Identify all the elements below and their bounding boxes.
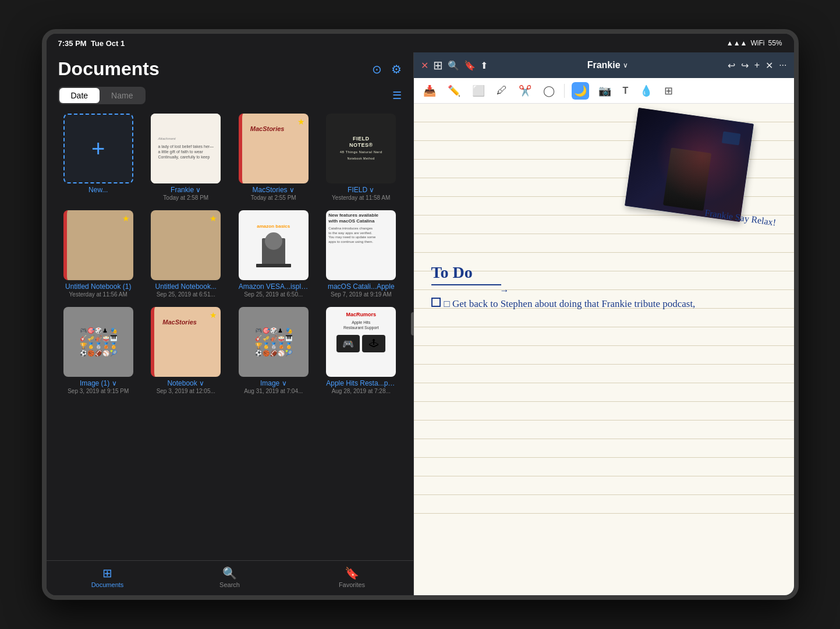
undo-button[interactable]: ↩ — [728, 60, 735, 71]
ipad-frame: 7:35 PM Tue Oct 1 ▲▲▲ WiFi 55% Documents… — [42, 29, 799, 600]
text-tool[interactable]: T — [621, 83, 631, 98]
doc-item-image2[interactable]: 🎮🎯🎲♟🎭 🎸🎺🎻🥁🎹 🏆🥇🥈🥉🏅 ⚽🏀🏈⚾🎾 Image ∨ Aug 31, … — [233, 307, 314, 394]
eraser-tool[interactable]: ⬜ — [470, 82, 487, 100]
documents-grid: + New... Attachment a lady of lost belie… — [47, 109, 413, 560]
doc-thumb-macos: New features availablewith macOS Catalin… — [326, 210, 396, 280]
bookmark-button[interactable]: 🔖 — [464, 60, 476, 71]
doc-thumb-macstories: ★ MacStories — [239, 114, 309, 183]
doc-title-untitled1: Untitled Notebook (1) — [65, 282, 131, 291]
doc-item-amazon[interactable]: amazon basics Amazon VESA...isplay Sep 2… — [233, 210, 314, 298]
bottom-navigation: ⊞ Documents 🔍 Search 🔖 Favorites — [47, 560, 413, 595]
document-title-group[interactable]: Frankie ∨ — [587, 60, 628, 70]
darkmode-tool[interactable]: 🌙 — [572, 82, 589, 100]
doc-thumb-image1: 🎮🎯🎲♟🎭 🎸🎺🎻🥁🎹 🏆🥇🥈🥉🏅 ⚽🏀🏈⚾🎾 — [63, 307, 133, 377]
list-view-icon[interactable]: ☰ — [392, 89, 402, 102]
search-nav-icon: 🔍 — [222, 566, 237, 580]
doc-title-frankie: Frankie ∨ — [171, 186, 201, 194]
nav-item-documents[interactable]: ⊞ Documents — [47, 566, 169, 588]
doc-date-untitled1: Yesterday at 11:56 AM — [69, 291, 127, 298]
doc-item-applehits[interactable]: MacRumors Apple HitsRestaurant Support 🎮… — [321, 307, 402, 394]
highlighter-tool[interactable]: 🖊 — [494, 82, 509, 99]
doc-item-notebook[interactable]: ★ MacStories Notebook ∨ Sep 3, 2019 at 1… — [146, 307, 226, 394]
filter-tabs: Date Name — [58, 87, 146, 104]
grid-tool[interactable]: ⊞ — [662, 82, 675, 100]
todo-arrow: → — [500, 285, 509, 296]
sync-icon[interactable]: ⊙ — [372, 62, 382, 76]
left-panel-documents: Documents ⊙ ⚙ Date Name ☰ — [47, 52, 413, 595]
wifi-icon: WiFi — [750, 39, 764, 47]
filter-tab-name[interactable]: Name — [100, 88, 144, 103]
lasso-tool[interactable]: ✂️ — [516, 82, 534, 100]
camera-tool[interactable]: 📷 — [596, 82, 614, 100]
doc-item-image1[interactable]: 🎮🎯🎲♟🎭 🎸🎺🎻🥁🎹 🏆🥇🥈🥉🏅 ⚽🏀🏈⚾🎾 Image (1) ∨ Sep … — [58, 307, 139, 394]
documents-nav-icon: ⊞ — [102, 566, 112, 580]
doc-date-frankie: Today at 2:58 PM — [163, 195, 208, 201]
doc-title-image1: Image (1) ∨ — [80, 379, 117, 387]
doc-thumb-untitled2: ★ — [151, 210, 221, 280]
todo-item: □ Get back to Stephen about doing that F… — [431, 296, 696, 312]
embedded-photo — [625, 108, 754, 222]
doc-date-macos: Sep 7, 2019 at 9:19 AM — [331, 291, 392, 298]
todo-underline — [431, 284, 501, 285]
import-tool[interactable]: 📥 — [421, 82, 438, 100]
search-button[interactable]: 🔍 — [448, 60, 459, 71]
doc-item-untitled1[interactable]: ★ Untitled Notebook (1) Yesterday at 11:… — [58, 210, 139, 298]
star-icon-untitled1: ★ — [122, 214, 130, 223]
doc-thumb-notebook: ★ MacStories — [151, 307, 221, 377]
doc-title-applehits: Apple Hits Resta...pport — [326, 379, 396, 387]
star-icon: ★ — [297, 117, 305, 126]
new-document-item[interactable]: + New... — [58, 114, 139, 201]
shape-tool[interactable]: ◯ — [541, 82, 557, 100]
toolbar-right-icons: ↩ ↪ + ✕ ··· — [728, 60, 787, 71]
color-picker-tool[interactable]: 💧 — [637, 82, 655, 100]
doc-date-amazon: Sep 25, 2019 at 6:50... — [244, 291, 303, 298]
title-chevron-icon: ∨ — [623, 61, 628, 69]
new-doc-thumbnail: + — [63, 114, 133, 183]
doc-thumb-applehits: MacRumors Apple HitsRestaurant Support 🎮… — [326, 307, 396, 377]
star-icon-notebook: ★ — [210, 310, 217, 320]
documents-title: Documents — [58, 58, 160, 80]
settings-icon[interactable]: ⚙ — [391, 62, 402, 76]
doc-title-notebook: Notebook ∨ — [167, 379, 204, 387]
share-button[interactable]: ⬆ — [480, 60, 488, 71]
goodnotes-toolbar: ✕ ⊞ 🔍 🔖 ⬆ Frankie ∨ ↩ ↪ + ✕ ··· — [414, 52, 794, 78]
delete-button[interactable]: ✕ — [765, 60, 773, 71]
right-panel-goodnotes: ✕ ⊞ 🔍 🔖 ⬆ Frankie ∨ ↩ ↪ + ✕ ··· — [414, 52, 794, 595]
doc-item-macos[interactable]: New features availablewith macOS Catalin… — [321, 210, 402, 298]
grid-button[interactable]: ⊞ — [433, 58, 443, 72]
close-button[interactable]: ✕ — [421, 60, 428, 71]
signal-icon: ▲▲▲ — [726, 39, 747, 47]
tools-bar: 📥 ✏️ ⬜ 🖊 ✂️ ◯ 🌙 📷 T 💧 ⊞ — [414, 78, 794, 104]
documents-header: Documents ⊙ ⚙ — [47, 52, 413, 83]
doc-date-untitled2: Sep 25, 2019 at 6:51... — [157, 291, 215, 298]
note-canvas[interactable]: Frankie Say Relax! To Do → □ Get back to… — [414, 104, 794, 595]
doc-thumb-amazon: amazon basics — [239, 210, 309, 280]
doc-item-untitled2[interactable]: ★ Untitled Notebook... Sep 25, 2019 at 6… — [146, 210, 226, 298]
doc-date-image2: Aug 31, 2019 at 7:04... — [244, 388, 303, 394]
doc-date-macstories: Today at 2:55 PM — [251, 195, 296, 201]
doc-title-image2: Image ∨ — [260, 379, 287, 387]
doc-item-macstories[interactable]: ★ MacStories MacStories ∨ Today at 2:55 … — [233, 114, 314, 201]
favorites-nav-icon: 🔖 — [345, 566, 359, 580]
doc-date-image1: Sep 3, 2019 at 9:15 PM — [68, 388, 129, 394]
document-title: Frankie — [587, 60, 621, 70]
tool-separator-1 — [564, 84, 565, 98]
status-right: ▲▲▲ WiFi 55% — [726, 39, 782, 47]
new-doc-title: New... — [88, 186, 108, 194]
doc-item-frankie[interactable]: Attachment a lady of lost belief takes h… — [146, 114, 226, 201]
doc-item-fieldnotes[interactable]: FIELDNOTES®48 Things Natural NerdNoteboo… — [321, 114, 402, 201]
doc-date-fieldnotes: Yesterday at 11:58 AM — [332, 195, 390, 201]
add-page-button[interactable]: + — [754, 60, 760, 70]
doc-date-applehits: Aug 28, 2019 at 7:28... — [332, 388, 391, 394]
doc-title-macos: macOS Catali...Apple — [328, 282, 395, 291]
nav-item-search[interactable]: 🔍 Search — [169, 566, 291, 588]
plus-icon: + — [91, 136, 105, 162]
doc-title-macstories: MacStories ∨ — [253, 186, 295, 194]
pen-tool[interactable]: ✏️ — [445, 82, 463, 100]
more-options-button[interactable]: ··· — [779, 60, 786, 70]
doc-thumb-fieldnotes: FIELDNOTES®48 Things Natural NerdNoteboo… — [326, 114, 396, 183]
nav-item-favorites[interactable]: 🔖 Favorites — [291, 566, 413, 588]
star-icon-untitled2: ★ — [210, 214, 217, 223]
filter-tab-date[interactable]: Date — [59, 88, 100, 103]
redo-button[interactable]: ↪ — [741, 60, 749, 71]
